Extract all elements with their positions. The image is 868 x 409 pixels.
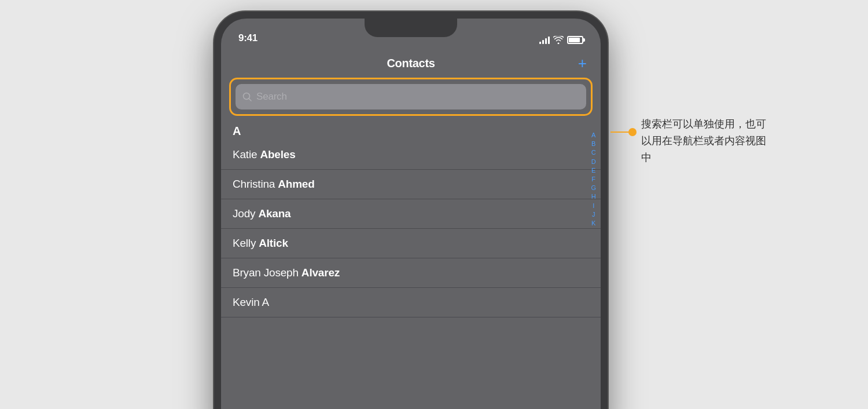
battery-icon [567, 36, 583, 44]
contact-name: Kevin A [233, 296, 269, 309]
contact-name: Kelly Altick [233, 237, 288, 250]
nav-title: Contacts [387, 57, 435, 70]
list-item[interactable]: Bryan Joseph Alvarez [221, 258, 601, 288]
alpha-f[interactable]: F [591, 176, 595, 183]
alpha-g[interactable]: G [591, 184, 596, 192]
nav-bar: Contacts + [221, 48, 601, 79]
search-placeholder: Search [256, 91, 287, 103]
status-time: 9:41 [238, 32, 258, 44]
add-contact-button[interactable]: + [578, 54, 587, 72]
alpha-e[interactable]: E [591, 167, 595, 174]
alphabet-index: A B C D E F G H I J K [591, 126, 596, 409]
scene: 9:41 [0, 0, 868, 409]
alpha-d[interactable]: D [591, 158, 596, 166]
list-item[interactable]: Jody Akana [221, 199, 601, 229]
alpha-c[interactable]: C [591, 149, 596, 156]
contact-name: Katie Abeles [233, 148, 296, 161]
list-item[interactable]: Kevin A [221, 288, 601, 317]
battery-fill [569, 38, 580, 42]
wifi-icon [553, 36, 564, 44]
list-item[interactable]: Christina Ahmed [221, 170, 601, 199]
screen: 9:41 [221, 19, 601, 409]
notch [365, 19, 457, 37]
list-item[interactable]: Katie Abeles [221, 140, 601, 170]
contact-name: Jody Akana [233, 207, 290, 220]
contact-list: A Katie Abeles Christina Ahmed Jody Akan… [221, 120, 601, 409]
contact-name: Bryan Joseph Alvarez [233, 266, 340, 279]
section-header-a: A [221, 120, 601, 140]
annotation-text-box: 搜索栏可以单独使用，也可以用在导航栏或者内容视图中 [641, 116, 774, 166]
iphone-frame: 9:41 [214, 12, 608, 409]
search-icon [242, 92, 252, 101]
svg-line-1 [249, 98, 251, 101]
search-highlight-box: Search [229, 78, 593, 116]
alpha-h[interactable]: H [591, 193, 596, 200]
alpha-a[interactable]: A [591, 132, 595, 139]
signal-icon [539, 36, 550, 44]
svg-point-3 [628, 128, 637, 136]
alpha-b[interactable]: B [591, 140, 595, 148]
alpha-k[interactable]: K [591, 220, 595, 227]
search-bar[interactable]: Search [236, 84, 586, 109]
annotation-text: 搜索栏可以单独使用，也可以用在导航栏或者内容视图中 [641, 118, 766, 163]
list-item[interactable]: Kelly Altick [221, 229, 601, 258]
contact-name: Christina Ahmed [233, 178, 315, 191]
status-icons [539, 36, 583, 44]
alpha-j[interactable]: J [592, 211, 595, 218]
alpha-i[interactable]: I [593, 202, 594, 210]
